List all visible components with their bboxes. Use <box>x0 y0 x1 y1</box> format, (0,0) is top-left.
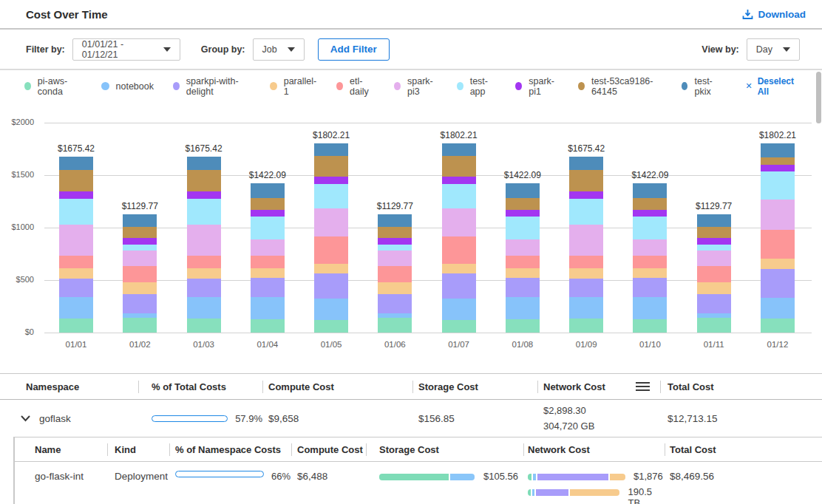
bar-segment-test-app <box>506 217 540 239</box>
bar-segment-sparkpi-with-delight <box>251 278 285 297</box>
legend-dot <box>394 82 401 90</box>
col-total-cost: Total Cost <box>660 374 822 399</box>
bar-segment-test-app <box>251 217 285 239</box>
bar-segment-etl-daily <box>251 256 285 268</box>
legend-item-notebook[interactable]: notebook <box>101 81 154 92</box>
bar-total-label: $1129.77 <box>106 201 173 211</box>
minibar-segment <box>528 474 531 480</box>
namespace-name: goflask <box>39 413 71 424</box>
col-kind: Kind <box>107 437 169 461</box>
toolbar: Filter by: 01/01/21 - 01/12/21 Group by:… <box>0 30 822 70</box>
total-cost-cell: $12,713.15 <box>660 413 822 424</box>
namespace-expander[interactable]: goflask <box>0 413 138 424</box>
bar-segment-test-pkix <box>633 183 667 198</box>
storage-cost-cell: $105.56 <box>366 471 523 504</box>
chart-bar-01/09 <box>569 157 603 333</box>
bar-segment-pi-aws-conda <box>378 318 412 333</box>
minibar-segment <box>528 489 531 496</box>
column-settings-icon[interactable] <box>636 380 650 393</box>
bar-segment-test-pkix <box>59 157 93 169</box>
bar-segment-test-app <box>314 184 348 208</box>
bar-segment-etl-daily <box>187 256 221 268</box>
bar-segment-test-app <box>633 217 667 239</box>
bar-segment-spark-pi1 <box>251 210 285 217</box>
bar-segment-sparkpi-with-delight <box>314 273 348 299</box>
legend-dot <box>270 82 277 90</box>
col-storage-cost: Storage Cost <box>366 437 523 461</box>
bar-segment-spark-pi3 <box>59 225 93 256</box>
titlebar: Cost Over Time Download <box>0 0 822 30</box>
bar-segment-sparkpi-with-delight <box>123 294 157 313</box>
y-tick-label: $0 <box>0 327 34 336</box>
legend-label: test-pkix <box>694 76 721 97</box>
legend-item-sparkpi-with-delight[interactable]: sparkpi-with-delight <box>173 76 251 97</box>
minibar-segment <box>537 474 608 480</box>
percent-bar <box>175 471 264 477</box>
legend-dot <box>24 82 31 90</box>
col-percent-total: % of Total Costs <box>138 374 262 399</box>
bar-total-label: $1675.42 <box>43 143 109 154</box>
legend-item-test-pkix[interactable]: test-pkix <box>682 76 722 97</box>
bar-segment-sparkpi-with-delight <box>761 269 795 298</box>
network-cost-cell: $1,876 190.5 TB <box>523 471 665 504</box>
add-filter-button[interactable]: Add Filter <box>318 38 390 61</box>
legend-dot <box>101 82 109 90</box>
workload-header-row: Name Kind % of Namespace Costs Compute C… <box>15 437 822 462</box>
bar-segment-parallel-1 <box>506 268 540 278</box>
legend-item-test-app[interactable]: test-app <box>457 76 497 97</box>
namespace-cost-table: Namespace % of Total Costs Compute Cost … <box>0 373 822 504</box>
bar-segment-pi-aws-conda <box>187 319 221 333</box>
download-button[interactable]: Download <box>742 9 806 20</box>
date-range-select[interactable]: 01/01/21 - 01/12/21 <box>72 38 180 61</box>
bar-segment-parallel-1 <box>761 259 795 269</box>
bar-segment-spark-pi3 <box>378 251 412 266</box>
x-tick-label: 01/08 <box>489 340 556 349</box>
col-compute-cost: Compute Cost <box>291 437 366 461</box>
group-by-select[interactable]: Job <box>253 38 305 61</box>
bar-segment-test-pkix <box>314 143 348 156</box>
bar-segment-test-53ca9186-64145 <box>251 198 285 210</box>
legend-item-spark-pi3[interactable]: spark-pi3 <box>394 76 438 97</box>
chart-bar-01/02 <box>123 214 157 333</box>
legend-label: etl-daily <box>350 76 375 97</box>
bar-segment-spark-pi3 <box>314 208 348 236</box>
bar-segment-notebook <box>506 297 540 319</box>
bar-segment-etl-daily <box>761 230 795 259</box>
bar-segment-test-app <box>697 245 731 251</box>
x-tick-label: 01/10 <box>616 340 683 349</box>
deselect-all-button[interactable]: ✕ Deselect All <box>745 76 800 97</box>
legend-item-pi-aws-conda[interactable]: pi-aws-conda <box>24 76 82 97</box>
minibar-segment <box>570 489 620 496</box>
x-tick-label: 01/02 <box>106 340 173 349</box>
network-usage-value: 190.5 TB <box>628 486 665 504</box>
storage-cost-value: $105.56 <box>483 471 518 482</box>
network-cost-bar <box>528 474 625 480</box>
bar-segment-spark-pi1 <box>59 191 93 199</box>
bar-segment-notebook <box>569 297 603 319</box>
bar-segment-test-app <box>123 245 157 251</box>
bar-total-label: $1802.21 <box>744 130 811 140</box>
filter-by-label: Filter by: <box>26 44 65 55</box>
bar-segment-parallel-1 <box>251 268 285 278</box>
chart-bar-01/04 <box>251 183 285 333</box>
bar-segment-spark-pi3 <box>569 225 603 256</box>
network-cost-cell: $2,898.30 304,720 GB <box>537 403 660 434</box>
view-by-label: View by: <box>702 44 738 55</box>
chart-bar-01/07 <box>442 143 476 333</box>
bar-segment-sparkpi-with-delight <box>633 278 667 297</box>
view-by-select[interactable]: Day <box>747 38 800 61</box>
legend-item-parallel-1[interactable]: parallel-1 <box>270 76 317 97</box>
x-tick-label: 01/09 <box>553 340 619 349</box>
chart-bar-01/01 <box>59 157 93 333</box>
legend-item-spark-pi1[interactable]: spark-pi1 <box>515 76 559 97</box>
bar-segment-test-53ca9186-64145 <box>697 227 731 238</box>
bar-segment-spark-pi1 <box>633 210 667 217</box>
legend-item-test-53ca9186-64145[interactable]: test-53ca9186-64145 <box>578 76 662 97</box>
bar-segment-test-app <box>378 245 412 251</box>
workload-name[interactable]: go-flask-int <box>15 471 107 504</box>
bar-segment-pi-aws-conda <box>251 319 285 333</box>
legend-item-etl-daily[interactable]: etl-daily <box>336 76 375 97</box>
y-tick-label: $2000 <box>0 118 34 126</box>
table-header-row: Namespace % of Total Costs Compute Cost … <box>0 374 822 400</box>
page-title: Cost Over Time <box>26 8 108 21</box>
